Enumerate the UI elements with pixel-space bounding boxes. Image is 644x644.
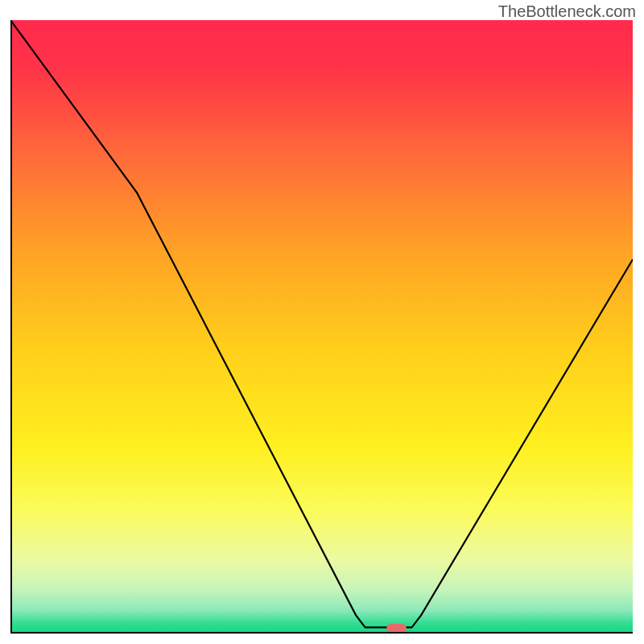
watermark-text: TheBottleneck.com xyxy=(498,2,636,21)
chart-plot-area xyxy=(10,20,633,634)
x-axis-line xyxy=(10,632,633,634)
svg-rect-0 xyxy=(12,20,633,632)
y-axis-line xyxy=(10,20,12,634)
chart-gradient-background xyxy=(12,20,633,632)
